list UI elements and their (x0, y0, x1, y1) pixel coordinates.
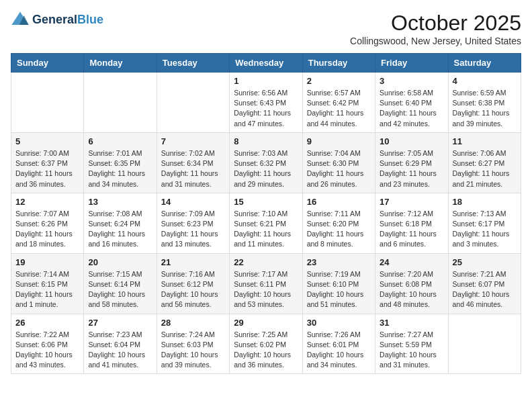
day-info: Sunrise: 7:06 AMSunset: 6:27 PMDaylight:… (453, 148, 517, 189)
day-info: Sunrise: 7:23 AMSunset: 6:04 PMDaylight:… (88, 330, 152, 371)
calendar-cell: 9Sunrise: 7:04 AMSunset: 6:30 PMDaylight… (302, 132, 375, 193)
day-number: 18 (453, 197, 517, 207)
day-number: 5 (15, 136, 79, 146)
day-number: 11 (453, 136, 517, 146)
calendar-cell: 3Sunrise: 6:58 AMSunset: 6:40 PMDaylight… (375, 73, 448, 133)
logo: GeneralBlue (11, 11, 103, 30)
day-number: 9 (307, 136, 371, 146)
day-info: Sunrise: 7:16 AMSunset: 6:12 PMDaylight:… (161, 269, 225, 310)
weekday-header-tuesday: Tuesday (157, 54, 229, 73)
calendar-cell (448, 314, 521, 374)
day-info: Sunrise: 7:14 AMSunset: 6:15 PMDaylight:… (15, 269, 79, 310)
week-row-5: 26Sunrise: 7:22 AMSunset: 6:06 PMDayligh… (11, 314, 521, 374)
month-title: October 2025 (350, 11, 521, 36)
weekday-header-row: SundayMondayTuesdayWednesdayThursdayFrid… (11, 54, 521, 73)
calendar-cell: 1Sunrise: 6:56 AMSunset: 6:43 PMDaylight… (230, 73, 302, 133)
day-number: 21 (161, 257, 225, 267)
calendar-cell: 14Sunrise: 7:09 AMSunset: 6:23 PMDayligh… (157, 193, 229, 253)
weekday-header-sunday: Sunday (11, 54, 84, 73)
day-number: 25 (453, 257, 517, 267)
day-number: 4 (453, 76, 517, 86)
title-block: October 2025 Collingswood, New Jersey, U… (350, 11, 521, 46)
day-info: Sunrise: 7:03 AMSunset: 6:32 PMDaylight:… (234, 148, 298, 189)
day-number: 30 (307, 318, 371, 328)
calendar-cell: 22Sunrise: 7:17 AMSunset: 6:11 PMDayligh… (230, 253, 302, 314)
day-info: Sunrise: 7:26 AMSunset: 6:01 PMDaylight:… (307, 330, 371, 371)
day-number: 31 (380, 318, 443, 328)
day-info: Sunrise: 7:12 AMSunset: 6:18 PMDaylight:… (380, 209, 443, 250)
day-number: 14 (161, 197, 225, 207)
calendar-cell (157, 73, 229, 133)
week-row-3: 12Sunrise: 7:07 AMSunset: 6:26 PMDayligh… (11, 193, 521, 253)
day-info: Sunrise: 7:09 AMSunset: 6:23 PMDaylight:… (161, 209, 225, 250)
week-row-1: 1Sunrise: 6:56 AMSunset: 6:43 PMDaylight… (11, 73, 521, 133)
day-number: 7 (161, 136, 225, 146)
week-row-4: 19Sunrise: 7:14 AMSunset: 6:15 PMDayligh… (11, 253, 521, 314)
calendar-table: SundayMondayTuesdayWednesdayThursdayFrid… (11, 53, 521, 374)
day-info: Sunrise: 7:17 AMSunset: 6:11 PMDaylight:… (234, 269, 298, 310)
day-info: Sunrise: 7:20 AMSunset: 6:08 PMDaylight:… (380, 269, 443, 310)
day-number: 27 (88, 318, 152, 328)
location-subtitle: Collingswood, New Jersey, United States (350, 36, 521, 46)
day-number: 26 (15, 318, 79, 328)
day-number: 10 (380, 136, 443, 146)
calendar-cell: 31Sunrise: 7:27 AMSunset: 5:59 PMDayligh… (375, 314, 448, 374)
day-number: 2 (307, 76, 371, 86)
calendar-cell: 23Sunrise: 7:19 AMSunset: 6:10 PMDayligh… (302, 253, 375, 314)
day-number: 22 (234, 257, 298, 267)
day-info: Sunrise: 7:04 AMSunset: 6:30 PMDaylight:… (307, 148, 371, 189)
day-number: 20 (88, 257, 152, 267)
day-info: Sunrise: 7:11 AMSunset: 6:20 PMDaylight:… (307, 209, 371, 250)
day-info: Sunrise: 7:24 AMSunset: 6:03 PMDaylight:… (161, 330, 225, 371)
day-number: 6 (88, 136, 152, 146)
calendar-cell: 25Sunrise: 7:21 AMSunset: 6:07 PMDayligh… (448, 253, 521, 314)
day-info: Sunrise: 7:00 AMSunset: 6:37 PMDaylight:… (15, 148, 79, 189)
calendar-cell: 28Sunrise: 7:24 AMSunset: 6:03 PMDayligh… (157, 314, 229, 374)
calendar-cell: 5Sunrise: 7:00 AMSunset: 6:37 PMDaylight… (11, 132, 84, 193)
calendar-cell (84, 73, 157, 133)
day-info: Sunrise: 7:02 AMSunset: 6:34 PMDaylight:… (161, 148, 225, 189)
day-info: Sunrise: 7:13 AMSunset: 6:17 PMDaylight:… (453, 209, 517, 250)
weekday-header-friday: Friday (375, 54, 448, 73)
calendar-cell: 4Sunrise: 6:59 AMSunset: 6:38 PMDaylight… (448, 73, 521, 133)
day-info: Sunrise: 7:27 AMSunset: 5:59 PMDaylight:… (380, 330, 443, 371)
day-info: Sunrise: 7:25 AMSunset: 6:02 PMDaylight:… (234, 330, 298, 371)
day-number: 29 (234, 318, 298, 328)
calendar-cell: 2Sunrise: 6:57 AMSunset: 6:42 PMDaylight… (302, 73, 375, 133)
calendar-cell: 7Sunrise: 7:02 AMSunset: 6:34 PMDaylight… (157, 132, 229, 193)
calendar-cell: 26Sunrise: 7:22 AMSunset: 6:06 PMDayligh… (11, 314, 84, 374)
day-number: 16 (307, 197, 371, 207)
day-number: 8 (234, 136, 298, 146)
day-info: Sunrise: 7:10 AMSunset: 6:21 PMDaylight:… (234, 209, 298, 250)
day-number: 3 (380, 76, 443, 86)
weekday-header-wednesday: Wednesday (230, 54, 302, 73)
day-info: Sunrise: 7:07 AMSunset: 6:26 PMDaylight:… (15, 209, 79, 250)
calendar-cell: 29Sunrise: 7:25 AMSunset: 6:02 PMDayligh… (230, 314, 302, 374)
day-info: Sunrise: 7:08 AMSunset: 6:24 PMDaylight:… (88, 209, 152, 250)
weekday-header-thursday: Thursday (302, 54, 375, 73)
day-info: Sunrise: 7:01 AMSunset: 6:35 PMDaylight:… (88, 148, 152, 189)
day-number: 15 (234, 197, 298, 207)
day-number: 28 (161, 318, 225, 328)
calendar-cell: 30Sunrise: 7:26 AMSunset: 6:01 PMDayligh… (302, 314, 375, 374)
day-info: Sunrise: 7:21 AMSunset: 6:07 PMDaylight:… (453, 269, 517, 310)
day-info: Sunrise: 7:19 AMSunset: 6:10 PMDaylight:… (307, 269, 371, 310)
calendar-cell: 13Sunrise: 7:08 AMSunset: 6:24 PMDayligh… (84, 193, 157, 253)
calendar-cell: 27Sunrise: 7:23 AMSunset: 6:04 PMDayligh… (84, 314, 157, 374)
day-number: 1 (234, 76, 298, 86)
logo-icon (11, 11, 30, 30)
calendar-cell: 17Sunrise: 7:12 AMSunset: 6:18 PMDayligh… (375, 193, 448, 253)
day-info: Sunrise: 6:56 AMSunset: 6:43 PMDaylight:… (234, 88, 298, 129)
day-number: 17 (380, 197, 443, 207)
calendar-cell: 20Sunrise: 7:15 AMSunset: 6:14 PMDayligh… (84, 253, 157, 314)
calendar-cell: 15Sunrise: 7:10 AMSunset: 6:21 PMDayligh… (230, 193, 302, 253)
calendar-cell: 12Sunrise: 7:07 AMSunset: 6:26 PMDayligh… (11, 193, 84, 253)
day-info: Sunrise: 6:58 AMSunset: 6:40 PMDaylight:… (380, 88, 443, 129)
calendar-cell: 24Sunrise: 7:20 AMSunset: 6:08 PMDayligh… (375, 253, 448, 314)
weekday-header-saturday: Saturday (448, 54, 521, 73)
calendar-cell: 6Sunrise: 7:01 AMSunset: 6:35 PMDaylight… (84, 132, 157, 193)
calendar-cell: 19Sunrise: 7:14 AMSunset: 6:15 PMDayligh… (11, 253, 84, 314)
day-info: Sunrise: 7:15 AMSunset: 6:14 PMDaylight:… (88, 269, 152, 310)
day-number: 13 (88, 197, 152, 207)
day-number: 24 (380, 257, 443, 267)
